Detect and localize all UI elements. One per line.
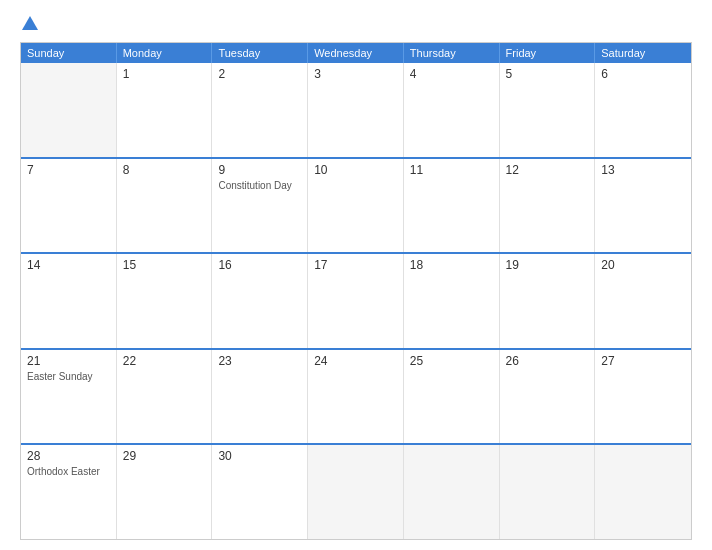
day-number: 21 <box>27 354 110 368</box>
calendar-cell: 11 <box>404 159 500 253</box>
day-number: 13 <box>601 163 685 177</box>
header-monday: Monday <box>117 43 213 63</box>
day-number: 12 <box>506 163 589 177</box>
calendar-cell: 15 <box>117 254 213 348</box>
calendar-week-4: 21Easter Sunday222324252627 <box>21 348 691 444</box>
calendar-cell <box>308 445 404 539</box>
calendar-cell: 13 <box>595 159 691 253</box>
day-number: 9 <box>218 163 301 177</box>
calendar-cell <box>595 445 691 539</box>
calendar-cell: 24 <box>308 350 404 444</box>
calendar-cell: 26 <box>500 350 596 444</box>
calendar-cell: 3 <box>308 63 404 157</box>
day-number: 26 <box>506 354 589 368</box>
day-number: 10 <box>314 163 397 177</box>
header-sunday: Sunday <box>21 43 117 63</box>
logo-triangle-icon <box>22 16 38 30</box>
calendar-cell: 10 <box>308 159 404 253</box>
calendar-cell: 2 <box>212 63 308 157</box>
day-number: 18 <box>410 258 493 272</box>
calendar-cell: 22 <box>117 350 213 444</box>
calendar-cell: 5 <box>500 63 596 157</box>
logo <box>20 16 38 32</box>
day-number: 24 <box>314 354 397 368</box>
calendar-header-row: Sunday Monday Tuesday Wednesday Thursday… <box>21 43 691 63</box>
calendar-cell: 12 <box>500 159 596 253</box>
calendar-cell: 4 <box>404 63 500 157</box>
header-tuesday: Tuesday <box>212 43 308 63</box>
day-number: 16 <box>218 258 301 272</box>
calendar-cell: 25 <box>404 350 500 444</box>
calendar-cell: 29 <box>117 445 213 539</box>
day-number: 22 <box>123 354 206 368</box>
calendar-week-3: 14151617181920 <box>21 252 691 348</box>
day-number: 15 <box>123 258 206 272</box>
calendar-cell: 8 <box>117 159 213 253</box>
calendar-cell: 17 <box>308 254 404 348</box>
header-friday: Friday <box>500 43 596 63</box>
holiday-label: Orthodox Easter <box>27 465 110 478</box>
header-saturday: Saturday <box>595 43 691 63</box>
calendar-cell: 28Orthodox Easter <box>21 445 117 539</box>
day-number: 14 <box>27 258 110 272</box>
calendar-cell <box>500 445 596 539</box>
calendar-cell: 30 <box>212 445 308 539</box>
calendar-cell: 27 <box>595 350 691 444</box>
day-number: 25 <box>410 354 493 368</box>
day-number: 30 <box>218 449 301 463</box>
calendar-cell: 18 <box>404 254 500 348</box>
holiday-label: Constitution Day <box>218 179 301 192</box>
calendar: Sunday Monday Tuesday Wednesday Thursday… <box>20 42 692 540</box>
calendar-cell <box>404 445 500 539</box>
calendar-cell: 16 <box>212 254 308 348</box>
day-number: 28 <box>27 449 110 463</box>
calendar-body: 123456789Constitution Day101112131415161… <box>21 63 691 539</box>
day-number: 8 <box>123 163 206 177</box>
day-number: 2 <box>218 67 301 81</box>
calendar-week-1: 123456 <box>21 63 691 157</box>
calendar-cell: 19 <box>500 254 596 348</box>
header-wednesday: Wednesday <box>308 43 404 63</box>
page: Sunday Monday Tuesday Wednesday Thursday… <box>0 0 712 550</box>
calendar-cell: 9Constitution Day <box>212 159 308 253</box>
day-number: 1 <box>123 67 206 81</box>
calendar-cell: 14 <box>21 254 117 348</box>
day-number: 5 <box>506 67 589 81</box>
calendar-cell <box>21 63 117 157</box>
day-number: 29 <box>123 449 206 463</box>
calendar-cell: 20 <box>595 254 691 348</box>
calendar-cell: 7 <box>21 159 117 253</box>
calendar-cell: 23 <box>212 350 308 444</box>
calendar-week-5: 28Orthodox Easter2930 <box>21 443 691 539</box>
day-number: 19 <box>506 258 589 272</box>
day-number: 23 <box>218 354 301 368</box>
header <box>20 16 692 32</box>
day-number: 4 <box>410 67 493 81</box>
day-number: 17 <box>314 258 397 272</box>
holiday-label: Easter Sunday <box>27 370 110 383</box>
calendar-cell: 21Easter Sunday <box>21 350 117 444</box>
day-number: 7 <box>27 163 110 177</box>
day-number: 20 <box>601 258 685 272</box>
calendar-cell: 6 <box>595 63 691 157</box>
calendar-cell: 1 <box>117 63 213 157</box>
day-number: 11 <box>410 163 493 177</box>
header-thursday: Thursday <box>404 43 500 63</box>
day-number: 6 <box>601 67 685 81</box>
day-number: 27 <box>601 354 685 368</box>
day-number: 3 <box>314 67 397 81</box>
calendar-week-2: 789Constitution Day10111213 <box>21 157 691 253</box>
